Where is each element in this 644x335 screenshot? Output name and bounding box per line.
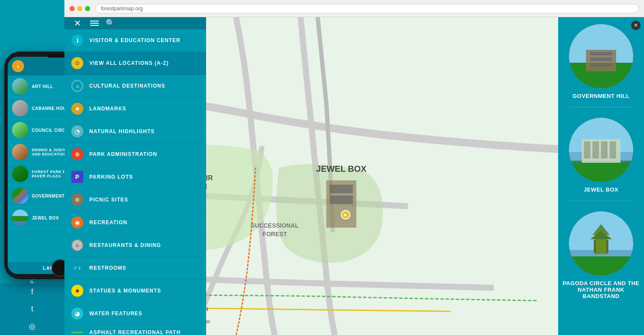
svg-rect-22 <box>590 63 612 67</box>
jewel-box-image <box>569 118 633 182</box>
landmarks-icon: ★ <box>71 103 83 115</box>
instagram-icon: ◎ <box>29 322 36 331</box>
restroom-icon: ♂♀ <box>71 262 83 274</box>
recreation-icon: ◉ <box>71 216 83 228</box>
water-icon: ◕ <box>71 308 83 320</box>
svg-rect-40 <box>606 240 608 253</box>
close-icon: ✕ <box>74 18 81 28</box>
svg-rect-20 <box>590 52 612 55</box>
menu-item-cultural[interactable]: ◕ CULTURAL DESTINATIONS <box>64 75 206 97</box>
landmarks-label: LANDMARKS <box>89 106 126 112</box>
maximize-dot[interactable] <box>85 6 90 11</box>
svg-text:SUCCESSIONAL: SUCCESSIONAL <box>251 222 299 229</box>
location-card-pagoda[interactable]: PAGODA CIRCLE AND THE NATHAN FRANK BANDS… <box>562 211 640 299</box>
facebook-icon: f <box>31 287 33 296</box>
menu-item-parking[interactable]: P PARKING LOTS <box>64 166 206 189</box>
address-bar[interactable]: forestparkmap.org <box>95 4 639 13</box>
svg-rect-39 <box>594 240 596 253</box>
svg-text:JEWEL BOX: JEWEL BOX <box>316 164 367 174</box>
menu-item-restaurants[interactable]: ⊙ RESTAURANTS & DINING <box>64 234 206 257</box>
hamburger-button[interactable] <box>90 21 99 26</box>
menu-overlay: ✕ 🔍 ℹ VISITOR & EDUCATION CENTER ⊙ VIEW … <box>64 17 206 335</box>
instagram-button[interactable]: ◎ <box>0 318 64 335</box>
close-dot[interactable] <box>70 6 75 11</box>
twitter-icon: t <box>31 305 33 314</box>
facebook-button[interactable]: f <box>0 283 64 301</box>
gov-hill-thumb <box>12 188 28 204</box>
menu-item-recreation[interactable]: ◉ RECREATION <box>64 211 206 234</box>
recreation-label: RECREATION <box>89 219 127 225</box>
parking-label: PARKING LOTS <box>89 174 133 180</box>
view-all-label: VIEW ALL LOCATIONS (A-Z) <box>89 60 169 66</box>
jewel-box-thumb <box>12 210 28 226</box>
info-icon: ℹ <box>71 34 83 46</box>
right-panel-close-button[interactable]: ✕ <box>631 21 641 30</box>
divider <box>570 107 632 107</box>
search-button[interactable]: 🔍 <box>106 18 115 28</box>
visitor-label: VISITOR & EDUCATION CENTER <box>89 37 180 43</box>
parking-icon: P <box>71 171 83 183</box>
svg-rect-31 <box>610 141 616 158</box>
menu-item-visitor[interactable]: ℹ VISITOR & EDUCATION CENTER <box>64 29 206 52</box>
jewel-box-label: JEWEL BOX <box>32 216 59 220</box>
browser-dots <box>70 6 90 11</box>
water-label: WATER FEATURES <box>89 311 143 317</box>
menu-item-landmarks[interactable]: ★ LANDMARKS <box>64 97 206 120</box>
menu-item-view-all[interactable]: ⊙ VIEW ALL LOCATIONS (A-Z) <box>64 52 206 75</box>
svg-rect-38 <box>595 239 608 254</box>
phone-back-button[interactable]: ‹ <box>12 60 24 72</box>
right-panel: ✕ GOVERNMENT HILL <box>558 17 644 335</box>
divider <box>570 201 632 201</box>
back-chevron-icon: ‹ <box>17 63 19 70</box>
restaurant-label: RESTAURANTS & DINING <box>89 242 161 248</box>
menu-item-water[interactable]: ◕ WATER FEATURES <box>64 302 206 325</box>
menu-close-button[interactable]: ✕ <box>71 17 83 29</box>
pagoda-name: PAGODA CIRCLE AND THE NATHAN FRANK BANDS… <box>562 280 640 299</box>
browser-chrome: forestparkmap.org <box>64 0 644 17</box>
svg-rect-30 <box>601 141 608 158</box>
menu-item-asphalt-path[interactable]: ASPHALT RECREATIONAL PATH <box>64 325 206 335</box>
svg-rect-25 <box>569 161 633 182</box>
restaurant-icon: ⊙ <box>71 239 83 251</box>
menu-item-park-admin[interactable]: ⊕ PARK ADMINISTRATION <box>64 143 206 166</box>
picnic-icon: ⊞ <box>71 194 83 206</box>
menu-item-natural[interactable]: ◔ NATURAL HIGHLIGHTS <box>64 120 206 143</box>
social-links: f t ◎ <box>0 283 64 335</box>
council-thumb <box>12 122 28 138</box>
restroom-label: RESTROOMS <box>89 265 126 271</box>
address-text: forestparkmap.org <box>101 6 143 12</box>
menu-header: ✕ 🔍 <box>64 17 206 29</box>
svg-rect-35 <box>569 256 633 276</box>
picnic-label: PICNIC SITES <box>89 197 128 203</box>
forest-park-thumb <box>12 166 28 182</box>
natural-icon: ◔ <box>71 125 83 137</box>
dennis-thumb <box>12 144 28 160</box>
close-icon: ✕ <box>634 22 638 28</box>
cultural-icon: ◕ <box>71 80 83 92</box>
gov-hill-image <box>569 24 633 88</box>
hamburger-icon <box>90 21 99 21</box>
park-admin-icon: ⊕ <box>71 148 83 160</box>
svg-rect-21 <box>590 58 612 61</box>
cabanne-thumb <box>12 100 28 116</box>
hamburger-icon <box>90 25 99 26</box>
svg-text:★: ★ <box>343 213 347 217</box>
svg-rect-28 <box>584 141 590 158</box>
art-hill-label: ART HILL <box>32 84 53 89</box>
gov-hill-name: GOVERNMENT HILL <box>572 93 629 99</box>
svg-rect-6 <box>330 185 353 193</box>
jewel-box-name: JEWEL BOX <box>584 186 619 193</box>
asphalt-path-label: ASPHALT RECREATIONAL PATH <box>89 329 181 335</box>
menu-item-statues[interactable]: ★ STATUES & MONUMENTS <box>64 280 206 302</box>
twitter-button[interactable]: t <box>0 301 64 318</box>
location-card-jewel-box[interactable]: JEWEL BOX <box>562 118 640 193</box>
hamburger-icon <box>90 23 99 24</box>
menu-item-restrooms[interactable]: ♂♀ RESTROOMS <box>64 257 206 280</box>
statue-icon: ★ <box>71 285 83 297</box>
natural-label: NATURAL HIGHLIGHTS <box>89 128 155 134</box>
minimize-dot[interactable] <box>77 6 82 11</box>
asphalt-path-line <box>71 332 83 333</box>
art-hill-thumb <box>12 78 28 94</box>
menu-item-picnic[interactable]: ⊞ PICNIC SITES <box>64 189 206 211</box>
location-card-gov-hill[interactable]: GOVERNMENT HILL <box>562 24 640 99</box>
